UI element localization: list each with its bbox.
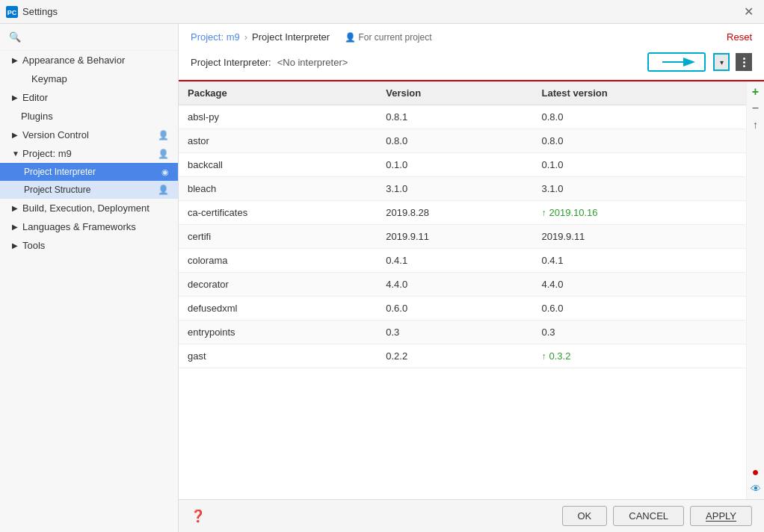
- sidebar-item-project-interpreter[interactable]: Project Interpreter ◉: [0, 163, 178, 181]
- table-row[interactable]: bleach3.1.03.1.0: [179, 177, 746, 201]
- package-name-cell: colorama: [179, 249, 377, 273]
- person-icon: 👤: [345, 32, 356, 43]
- package-table-container[interactable]: Package Version Latest version absl-py0.…: [179, 81, 746, 499]
- interpreter-label: Project Interpreter:: [191, 57, 271, 68]
- breadcrumb-separator: ›: [244, 31, 247, 43]
- package-name-cell: gast: [179, 344, 377, 368]
- table-row[interactable]: defusedxml0.6.00.6.0: [179, 297, 746, 321]
- right-toolbar: + − ↑ ● 👁: [746, 81, 764, 499]
- table-row[interactable]: absl-py0.8.10.8.0: [179, 105, 746, 129]
- latest-version-cell: ↑0.3.2: [533, 344, 746, 368]
- sidebar-item-plugins[interactable]: Plugins: [0, 107, 178, 126]
- expand-arrow-icon: ▶: [12, 93, 19, 102]
- latest-version-cell: 0.6.0: [533, 297, 746, 321]
- interpreter-menu-button[interactable]: [736, 53, 752, 71]
- package-name-cell: backcall: [179, 153, 377, 177]
- table-row[interactable]: ca-certificates2019.8.28↑2019.10.16: [179, 201, 746, 225]
- expand-arrow-icon: ▶: [12, 131, 19, 139]
- person-icon: 👤: [158, 185, 169, 195]
- dropdown-arrow-annotation: [647, 52, 707, 72]
- sidebar-item-label: Plugins: [21, 111, 53, 122]
- table-row[interactable]: astor0.8.00.8.0: [179, 129, 746, 153]
- add-package-button[interactable]: +: [748, 84, 763, 99]
- sidebar-item-tools[interactable]: ▶ Tools: [0, 236, 178, 255]
- sidebar-item-label: Editor: [22, 92, 48, 103]
- sidebar-item-languages-frameworks[interactable]: ▶ Languages & Frameworks: [0, 217, 178, 236]
- main-layout: ▶ Appearance & Behavior Keymap ▶ Editor …: [0, 24, 764, 532]
- breadcrumb-parent-link[interactable]: Project: m9: [191, 31, 240, 43]
- sidebar-item-appearance[interactable]: ▶ Appearance & Behavior: [0, 51, 178, 69]
- search-bar[interactable]: [0, 24, 178, 51]
- stop-button[interactable]: ●: [748, 465, 763, 480]
- package-area: Package Version Latest version absl-py0.…: [179, 81, 764, 499]
- latest-version-cell: ↑2019.10.16: [533, 201, 746, 225]
- table-row[interactable]: backcall0.1.00.1.0: [179, 153, 746, 177]
- col-header-latest[interactable]: Latest version: [533, 81, 746, 105]
- latest-version-cell: 0.3: [533, 321, 746, 344]
- col-header-package[interactable]: Package: [179, 81, 377, 105]
- expand-arrow-icon: ▶: [12, 56, 19, 64]
- sidebar-item-editor[interactable]: ▶ Editor: [0, 88, 178, 107]
- person-icon: 👤: [158, 130, 169, 140]
- version-cell: 0.3: [377, 321, 532, 344]
- help-icon[interactable]: ❓: [191, 509, 206, 523]
- table-row[interactable]: entrypoints0.30.3: [179, 321, 746, 344]
- latest-version-cell: 2019.9.11: [533, 225, 746, 249]
- expand-arrow-icon: ▶: [12, 241, 19, 250]
- expand-arrow-icon: ▶: [12, 204, 19, 212]
- package-name-cell: entrypoints: [179, 321, 377, 344]
- move-up-button[interactable]: ↑: [748, 117, 763, 132]
- latest-version-cell: 0.8.0: [533, 129, 746, 153]
- package-name-cell: defusedxml: [179, 297, 377, 321]
- reset-button[interactable]: Reset: [727, 31, 752, 43]
- package-name-cell: bleach: [179, 177, 377, 201]
- sidebar-item-keymap[interactable]: Keymap: [0, 69, 178, 88]
- version-cell: 0.4.1: [377, 249, 532, 273]
- table-row[interactable]: gast0.2.2↑0.3.2: [179, 344, 746, 368]
- version-cell: 4.4.0: [377, 273, 532, 297]
- col-header-version[interactable]: Version: [377, 81, 532, 105]
- sidebar-item-label: Version Control: [22, 129, 89, 140]
- title-bar: PC Settings ✕: [0, 0, 764, 24]
- latest-version-cell: 3.1.0: [533, 177, 746, 201]
- search-input[interactable]: [6, 30, 172, 44]
- ok-button[interactable]: OK: [562, 506, 608, 526]
- version-cell: 3.1.0: [377, 177, 532, 201]
- package-name-cell: ca-certificates: [179, 201, 377, 225]
- cancel-button[interactable]: CANCEL: [613, 506, 684, 526]
- version-cell: 0.8.1: [377, 105, 532, 129]
- close-button[interactable]: ✕: [739, 3, 758, 20]
- active-indicator-icon: ◉: [161, 167, 169, 177]
- version-cell: 0.6.0: [377, 297, 532, 321]
- interpreter-dropdown-button[interactable]: ▾: [713, 53, 730, 71]
- interpreter-row: Project Interpreter: <No interpreter> ▾: [179, 47, 764, 81]
- remove-package-button[interactable]: −: [748, 101, 763, 116]
- table-row[interactable]: certifi2019.9.112019.9.11: [179, 225, 746, 249]
- version-cell: 2019.8.28: [377, 201, 532, 225]
- expand-arrow-icon: ▼: [12, 149, 19, 158]
- svg-text:PC: PC: [7, 9, 17, 16]
- arrow-annotation-icon: [647, 52, 707, 72]
- package-table: Package Version Latest version absl-py0.…: [179, 81, 746, 368]
- version-cell: 0.2.2: [377, 344, 532, 368]
- breadcrumb: Project: m9 › Project Interpreter 👤 For …: [179, 24, 764, 47]
- latest-version-cell: 0.1.0: [533, 153, 746, 177]
- window-title: Settings: [22, 6, 58, 17]
- version-cell: 0.1.0: [377, 153, 532, 177]
- sidebar-item-label: Build, Execution, Deployment: [22, 202, 150, 214]
- table-row[interactable]: colorama0.4.10.4.1: [179, 249, 746, 273]
- sidebar-item-project-structure[interactable]: Project Structure 👤: [0, 181, 178, 199]
- sidebar-item-version-control[interactable]: ▶ Version Control 👤: [0, 126, 178, 144]
- breadcrumb-current: Project Interpreter: [252, 31, 330, 43]
- sidebar: ▶ Appearance & Behavior Keymap ▶ Editor …: [0, 24, 179, 532]
- sidebar-item-label: Project Structure: [24, 185, 90, 195]
- sidebar-item-build-execution[interactable]: ▶ Build, Execution, Deployment: [0, 199, 178, 217]
- version-cell: 2019.9.11: [377, 225, 532, 249]
- person-icon: 👤: [158, 149, 169, 159]
- apply-button[interactable]: APPLY: [690, 506, 752, 526]
- sidebar-item-label: Project: m9: [22, 148, 72, 159]
- inspect-button[interactable]: 👁: [748, 481, 763, 496]
- upgrade-version: ↑0.3.2: [542, 350, 737, 362]
- sidebar-item-project-m9[interactable]: ▼ Project: m9 👤: [0, 144, 178, 163]
- table-row[interactable]: decorator4.4.04.4.0: [179, 273, 746, 297]
